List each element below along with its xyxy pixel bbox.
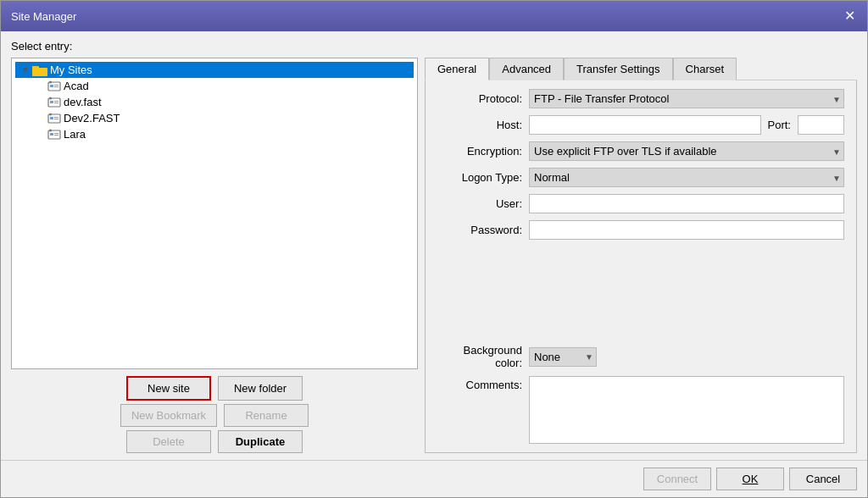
bg-color-select[interactable]: None — [529, 347, 597, 367]
spacer — [437, 246, 844, 337]
tree-item-dev2-fast[interactable]: Dev2.FAST — [15, 110, 414, 126]
encryption-select[interactable]: Use explicit FTP over TLS if available — [529, 141, 844, 161]
bg-color-label: Background color: — [437, 344, 522, 369]
logon-type-label: Logon Type: — [437, 171, 522, 184]
encryption-select-wrapper: Use explicit FTP over TLS if available ▼ — [529, 141, 844, 161]
port-input[interactable] — [798, 115, 844, 135]
new-bookmark-button[interactable]: New Bookmark — [120, 404, 217, 427]
svg-rect-15 — [54, 119, 58, 119]
main-content: ▼ My Sites — [11, 58, 857, 453]
svg-rect-14 — [54, 117, 58, 118]
tree-label-lara: Lara — [64, 128, 86, 141]
host-input[interactable] — [529, 115, 761, 135]
protocol-select-wrapper: FTP - File Transfer Protocol ▼ — [529, 89, 844, 108]
dialog-footer: Connect OK Cancel — [1, 460, 867, 497]
tree-label-my-sites: My Sites — [50, 64, 92, 76]
buttons-area: New site New folder New Bookmark Rename … — [11, 376, 418, 453]
bg-color-row: Background color: None ▼ — [437, 344, 844, 369]
tree-container[interactable]: ▼ My Sites — [11, 58, 418, 369]
svg-point-11 — [49, 97, 52, 99]
right-panel: General Advanced Transfer Settings Chars… — [425, 58, 857, 453]
title-bar: Site Manager ✕ — [1, 1, 867, 31]
tab-transfer-settings[interactable]: Transfer Settings — [564, 58, 673, 80]
protocol-label: Protocol: — [437, 92, 522, 105]
site-icon-lara — [47, 129, 61, 141]
tree-item-dev-fast[interactable]: dev.fast — [15, 94, 414, 110]
select-entry-label: Select entry: — [11, 40, 857, 53]
comments-textarea[interactable] — [529, 376, 844, 444]
rename-button[interactable]: Rename — [224, 404, 309, 427]
svg-rect-1 — [32, 66, 39, 69]
folder-icon — [32, 64, 47, 76]
left-panel: ▼ My Sites — [11, 58, 418, 453]
logon-type-row: Logon Type: Normal ▼ — [437, 168, 844, 187]
protocol-row: Protocol: FTP - File Transfer Protocol ▼ — [437, 89, 844, 108]
site-manager-dialog: Site Manager ✕ Select entry: ▼ — [0, 0, 868, 498]
title-bar-title: Site Manager — [11, 10, 76, 23]
svg-point-16 — [49, 113, 52, 115]
user-row: User: — [437, 194, 844, 213]
buttons-row-1: New site New folder — [11, 376, 418, 401]
bg-color-select-wrapper: None ▼ — [529, 347, 597, 367]
comments-label: Comments: — [437, 376, 522, 391]
cancel-button[interactable]: Cancel — [789, 468, 857, 490]
svg-rect-13 — [50, 117, 53, 119]
duplicate-button[interactable]: Duplicate — [218, 430, 303, 453]
user-input[interactable] — [529, 194, 844, 213]
svg-rect-4 — [54, 85, 58, 86]
svg-rect-8 — [50, 101, 53, 103]
dialog-body: Select entry: ▼ My Sit — [1, 31, 867, 460]
svg-rect-5 — [54, 86, 58, 87]
user-label: User: — [437, 197, 522, 210]
svg-rect-10 — [54, 102, 58, 103]
buttons-row-2: New Bookmark Rename — [11, 404, 418, 427]
password-label: Password: — [437, 224, 522, 236]
tab-general[interactable]: General — [425, 58, 489, 80]
comments-row: Comments: — [437, 376, 844, 444]
svg-rect-3 — [50, 85, 53, 87]
delete-button[interactable]: Delete — [126, 430, 211, 453]
site-icon-dev2-fast — [47, 113, 61, 125]
encryption-row: Encryption: Use explicit FTP over TLS if… — [437, 141, 844, 161]
password-input[interactable] — [529, 220, 844, 240]
site-icon-acad — [47, 80, 61, 92]
buttons-row-3: Delete Duplicate — [11, 430, 418, 453]
password-row: Password: — [437, 220, 844, 240]
logon-type-select-wrapper: Normal ▼ — [529, 168, 844, 187]
connect-button[interactable]: Connect — [643, 468, 711, 490]
tab-charset[interactable]: Charset — [673, 58, 737, 80]
port-label: Port: — [768, 119, 791, 131]
ok-button[interactable]: OK — [716, 468, 784, 490]
svg-rect-9 — [54, 101, 58, 102]
close-button[interactable]: ✕ — [842, 8, 857, 24]
tree-label-dev-fast: dev.fast — [64, 96, 102, 108]
logon-type-select[interactable]: Normal — [529, 168, 844, 187]
tab-content-general: Protocol: FTP - File Transfer Protocol ▼… — [425, 80, 857, 453]
tree-label-acad: Acad — [64, 80, 89, 92]
svg-rect-20 — [54, 135, 58, 136]
tab-advanced[interactable]: Advanced — [489, 58, 564, 80]
svg-point-21 — [49, 129, 52, 131]
host-row: Host: Port: — [437, 115, 844, 135]
host-label: Host: — [437, 119, 522, 131]
svg-rect-18 — [50, 133, 53, 136]
tree-item-lara[interactable]: Lara — [15, 126, 414, 142]
svg-rect-19 — [54, 133, 58, 134]
protocol-select[interactable]: FTP - File Transfer Protocol — [529, 89, 844, 108]
tabs: General Advanced Transfer Settings Chars… — [425, 58, 857, 80]
new-site-button[interactable]: New site — [126, 376, 211, 401]
svg-point-6 — [49, 80, 52, 83]
expand-icon[interactable]: ▼ — [19, 65, 32, 75]
new-folder-button[interactable]: New folder — [218, 376, 303, 401]
tree-item-acad[interactable]: Acad — [15, 78, 414, 94]
tree-label-dev2-fast: Dev2.FAST — [64, 112, 120, 125]
site-icon-dev-fast — [47, 97, 61, 108]
encryption-label: Encryption: — [437, 145, 522, 158]
tree-item-my-sites[interactable]: ▼ My Sites — [15, 62, 414, 78]
